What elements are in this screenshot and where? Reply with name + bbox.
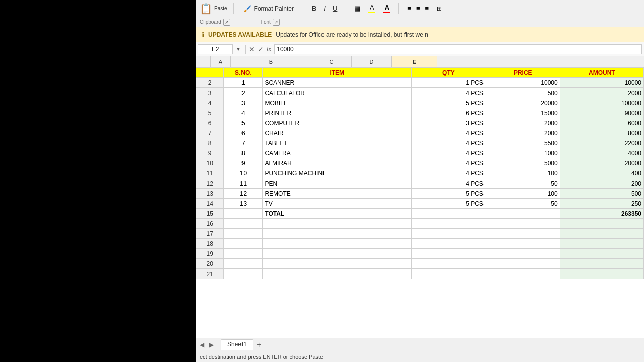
cell-a16[interactable]	[224, 219, 263, 229]
cell-b5[interactable]: PRINTER	[263, 108, 412, 118]
tab-next-button[interactable]: ▶	[207, 340, 216, 349]
underline-button[interactable]: U	[330, 4, 340, 13]
cell-a19[interactable]	[224, 249, 263, 259]
cell-a17[interactable]	[224, 229, 263, 239]
cell-d19[interactable]	[486, 249, 560, 259]
cell-d21[interactable]	[486, 269, 560, 279]
bold-button[interactable]: B	[309, 4, 319, 13]
cell-a5[interactable]: 4	[224, 108, 263, 118]
cell-ref-dropdown[interactable]: ▼	[235, 45, 242, 53]
cancel-formula-button[interactable]: ✕	[249, 45, 255, 53]
cell-b12[interactable]: PEN	[263, 178, 412, 189]
cell-d2[interactable]: 10000	[486, 78, 560, 88]
cell-a6[interactable]: 5	[224, 118, 263, 128]
cell-d20[interactable]	[486, 259, 560, 269]
cell-e5[interactable]: 90000	[560, 108, 643, 118]
cell-d18[interactable]	[486, 239, 560, 249]
cell-d6[interactable]: 2000	[486, 118, 560, 128]
border-color-button[interactable]: ▦	[352, 4, 362, 13]
cell-e8[interactable]: 22000	[560, 138, 643, 148]
cell-c18[interactable]	[412, 239, 486, 249]
header-cell-amount[interactable]: AMOUNT	[560, 68, 643, 78]
col-header-c[interactable]: C	[311, 56, 352, 67]
cell-b9[interactable]: CAMERA	[263, 148, 412, 158]
cell-d12[interactable]: 50	[486, 178, 560, 189]
cell-c12[interactable]: 4 PCS	[412, 178, 486, 189]
tab-prev-button[interactable]: ◀	[198, 340, 206, 349]
confirm-formula-button[interactable]: ✓	[258, 45, 264, 53]
col-header-a[interactable]: A	[211, 56, 231, 67]
cell-a18[interactable]	[224, 239, 263, 249]
cell-c17[interactable]	[412, 229, 486, 239]
cell-b14[interactable]: TV	[263, 199, 412, 209]
cell-a14[interactable]: 13	[224, 199, 263, 209]
cell-b17[interactable]	[263, 229, 412, 239]
wrap-text-button[interactable]: ⊞	[435, 4, 444, 13]
format-painter-button[interactable]: 🖌️ Format Painter	[240, 3, 297, 14]
header-cell-item[interactable]: ITEM	[263, 68, 412, 78]
cell-c9[interactable]: 4 PCS	[412, 148, 486, 158]
cell-b18[interactable]	[263, 239, 412, 249]
cell-e6[interactable]: 6000	[560, 118, 643, 128]
font-color-button[interactable]: A	[381, 3, 392, 14]
cell-c14[interactable]: 5 PCS	[412, 199, 486, 209]
total-cell-0[interactable]	[224, 209, 263, 219]
cell-a8[interactable]: 7	[224, 138, 263, 148]
cell-a13[interactable]: 12	[224, 189, 263, 199]
cell-c2[interactable]: 1 PCS	[412, 78, 486, 88]
sheet-tab-sheet1[interactable]: Sheet1	[221, 339, 253, 350]
cell-a9[interactable]: 8	[224, 148, 263, 158]
cell-c4[interactable]: 5 PCS	[412, 98, 486, 108]
cell-e7[interactable]: 8000	[560, 128, 643, 138]
cell-b6[interactable]: COMPUTER	[263, 118, 412, 128]
header-cell-s.no.[interactable]: S.NO.	[224, 68, 263, 78]
font-expand-button[interactable]: ↗	[273, 19, 280, 26]
cell-c3[interactable]: 4 PCS	[412, 88, 486, 98]
cell-e12[interactable]: 200	[560, 178, 643, 189]
cell-a4[interactable]: 3	[224, 98, 263, 108]
cell-b7[interactable]: CHAIR	[263, 128, 412, 138]
cell-e2[interactable]: 10000	[560, 78, 643, 88]
cell-a10[interactable]: 9	[224, 158, 263, 168]
col-header-d[interactable]: D	[352, 56, 392, 67]
total-cell-2[interactable]	[412, 209, 486, 219]
cell-e14[interactable]: 250	[560, 199, 643, 209]
cell-b10[interactable]: ALMIRAH	[263, 158, 412, 168]
cell-d14[interactable]: 50	[486, 199, 560, 209]
cell-d9[interactable]: 1000	[486, 148, 560, 158]
cell-d16[interactable]	[486, 219, 560, 229]
cell-b3[interactable]: CALCULATOR	[263, 88, 412, 98]
align-right-button[interactable]: ≡	[423, 4, 431, 13]
cell-a2[interactable]: 1	[224, 78, 263, 88]
cell-d3[interactable]: 500	[486, 88, 560, 98]
cell-c7[interactable]: 4 PCS	[412, 128, 486, 138]
align-center-button[interactable]: ≡	[414, 4, 422, 13]
fill-color-button[interactable]: A	[366, 3, 377, 14]
cell-d11[interactable]: 100	[486, 168, 560, 178]
cell-c11[interactable]: 4 PCS	[412, 168, 486, 178]
cell-a3[interactable]: 2	[224, 88, 263, 98]
total-cell-4[interactable]: 263350	[560, 209, 643, 219]
cell-b8[interactable]: TABLET	[263, 138, 412, 148]
cell-e18[interactable]	[560, 239, 643, 249]
cell-c10[interactable]: 4 PCS	[412, 158, 486, 168]
cell-a21[interactable]	[224, 269, 263, 279]
cell-d17[interactable]	[486, 229, 560, 239]
cell-e17[interactable]	[560, 229, 643, 239]
cell-e21[interactable]	[560, 269, 643, 279]
cell-a7[interactable]: 6	[224, 128, 263, 138]
cell-b11[interactable]: PUNCHING MACHINE	[263, 168, 412, 178]
cell-b21[interactable]	[263, 269, 412, 279]
formula-input[interactable]	[274, 44, 642, 54]
cell-c16[interactable]	[412, 219, 486, 229]
header-cell-qty[interactable]: QTY	[412, 68, 486, 78]
cell-b4[interactable]: MOBILE	[263, 98, 412, 108]
cell-d10[interactable]: 5000	[486, 158, 560, 168]
cell-b2[interactable]: SCANNER	[263, 78, 412, 88]
cell-a11[interactable]: 10	[224, 168, 263, 178]
cell-d7[interactable]: 2000	[486, 128, 560, 138]
cell-d5[interactable]: 15000	[486, 108, 560, 118]
cell-d4[interactable]: 20000	[486, 98, 560, 108]
cell-b20[interactable]	[263, 259, 412, 269]
col-header-e[interactable]: E	[392, 56, 437, 67]
